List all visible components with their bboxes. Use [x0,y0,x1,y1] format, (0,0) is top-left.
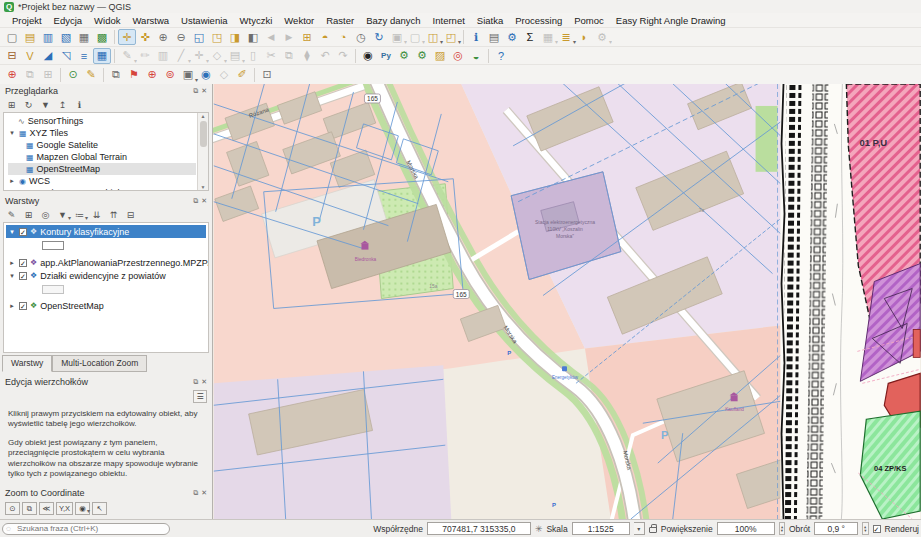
menu-bazy-danych[interactable]: Bazy danych [360,15,426,26]
new-3d-map-view-button[interactable]: ◓ [316,29,334,45]
new-map-view-button[interactable]: ⊞ [298,29,316,45]
pan-map-button[interactable]: ✛ [118,29,136,45]
lock-scale-icon[interactable] [649,527,657,533]
browser-add-layer-icon[interactable]: ⊞ [4,98,19,111]
labels-toolbar-button[interactable]: ≣ [557,29,575,45]
quick-edit-button[interactable]: ✎ [82,67,100,83]
map-canvas[interactable]: 165 165 Różana Morska Morska Morska P P … [213,84,921,519]
refresh-map-button[interactable]: ↻ [370,29,388,45]
tree-item-google-satelite[interactable]: ▦ Google Satelite [8,139,196,151]
scale-field[interactable]: 1:1525 [572,522,630,535]
paste-features-button[interactable]: ⧫ [298,48,316,64]
rotation-field[interactable]: 0,9 ° [814,522,858,535]
layers-float-icon[interactable]: ⧉ [193,196,198,205]
expander-open-icon[interactable]: ▾ [8,129,16,137]
identify-features-button[interactable]: ℹ [467,29,485,45]
layer-row-akt-planowania[interactable]: ▸ ✓ ❖ app.AktPlanowaniaPrzestrzennego.MP… [6,256,206,269]
zoom-coordinate-close-icon[interactable]: ✕ [201,488,207,497]
pan-to-selection-button[interactable]: ✜ [136,29,154,45]
menu-processing[interactable]: Processing [509,15,568,26]
coordinates-field[interactable]: 707481,7 315335,0 [427,522,531,535]
open-project-button[interactable]: ▤ [21,29,39,45]
symbol-swatch[interactable] [42,285,64,294]
layer-checkbox[interactable]: ✓ [19,272,27,280]
zoom-out-button[interactable]: ⊖ [172,29,190,45]
add-record-button[interactable]: ⊕ [3,67,21,83]
menu-pomoc[interactable]: Pomoc [568,15,610,26]
zc-pointer-button[interactable]: ↖ [92,502,107,515]
browser-properties-icon[interactable]: ℹ [72,98,87,111]
move-feature-button[interactable]: ✛ [190,48,208,64]
save-layer-edits-button[interactable]: ▥ [154,48,172,64]
expander-open-icon[interactable]: ▾ [8,228,16,236]
snap-tool-button[interactable]: ◇ [215,67,233,83]
tree-item-mapzen-terrain[interactable]: ▦ Mapzen Global Terrain [8,151,196,163]
zoom-native-button[interactable]: ◱ [190,29,208,45]
zoom-coordinate-float-icon[interactable]: ⧉ [193,488,198,497]
grayed-tool-button-2[interactable]: ⊞ [39,67,57,83]
render-checkbox[interactable]: ✓ [873,525,881,533]
menu-wtyczki[interactable]: Wtyczki [234,15,279,26]
add-delimited-text-button[interactable]: ≡ [75,48,93,64]
select-region-button[interactable]: ▣ [179,67,197,83]
scroll-thumb[interactable] [200,121,207,147]
save-project-button[interactable]: ▥ [39,29,57,45]
collapse-all-icon[interactable]: ⇈ [106,208,121,221]
geolocate-button[interactable]: ◎ [449,48,467,64]
menu-raster[interactable]: Raster [320,15,360,26]
zoom-in-button[interactable]: ⊕ [154,29,172,45]
add-virtual-layer-button[interactable]: ▦ [93,48,111,64]
open-attribute-table-button[interactable]: ▤ [485,29,503,45]
layers-close-icon[interactable]: ✕ [201,196,207,205]
menu-edycja[interactable]: Edycja [48,15,89,26]
expander-closed-icon[interactable]: ▸ [8,259,16,267]
scale-dropdown-button[interactable]: ▾ [634,522,645,535]
zc-yx-button[interactable]: Y,X [56,502,73,515]
tree-item-sensorthings[interactable]: ∿ SensorThings [8,115,196,127]
menu-warstwa[interactable]: Warstwa [127,15,176,26]
zoom-to-layer-button[interactable]: ◧ [244,29,262,45]
map-tips-button[interactable]: ◗ [575,29,593,45]
new-print-layout-button[interactable]: ▦ [75,29,93,45]
add-group-icon[interactable]: ⊞ [21,208,36,221]
browser-refresh-icon[interactable]: ↻ [21,98,36,111]
add-raster-layer-button[interactable]: ◢ [39,48,57,64]
save-project-as-button[interactable]: ▧ [57,29,75,45]
vertex-menu-button[interactable]: ☰ [193,390,207,403]
browser-scrollbar[interactable]: ▲ ▼ [197,113,208,190]
menu-ustawienia[interactable]: Ustawienia [175,15,233,26]
layer-styling-icon[interactable]: ✎ [4,208,19,221]
tree-item-wfs[interactable]: ◉ WFS / OGC API - obiekty [8,187,196,191]
remove-layer-icon[interactable]: ⊟ [123,208,138,221]
style-manager-button[interactable]: ▩ [93,29,111,45]
extents-icon[interactable]: ✳ [535,524,543,534]
tree-item-xyz-tiles[interactable]: ▾ ▦ XYZ Tiles [8,127,196,139]
quickmap-layers-button[interactable]: ◒ [467,48,485,64]
menu-internet[interactable]: Internet [427,15,471,26]
zoom-next-button[interactable]: ▶ [280,29,298,45]
magnifier-spinner[interactable]: ▾▾ [779,522,785,535]
layer-checkbox[interactable]: ✓ [19,228,27,236]
tree-item-openstreetmap[interactable]: ▦ OpenStreetMap [8,163,196,175]
digitize-button[interactable]: ╱ [172,48,190,64]
layer-checkbox[interactable]: ✓ [19,302,27,310]
search-layers-button[interactable]: ⊙ [64,67,82,83]
filter-expression-icon[interactable]: ≔ [72,208,87,221]
add-mesh-layer-button[interactable]: ◹ [57,48,75,64]
menu-wektor[interactable]: Wektor [278,15,320,26]
vertex-tool-button[interactable]: ◇ [208,48,226,64]
python-console-button[interactable]: Py [377,48,395,64]
decorations-button[interactable]: ⚙ [593,29,611,45]
magnifier-field[interactable]: 100% [717,522,775,535]
tab-warstwy[interactable]: Warstwy [2,355,52,372]
symbol-swatch[interactable] [42,241,64,250]
toggle-editing-button[interactable]: ✏ [136,48,154,64]
layer-row-dzialki[interactable]: ▾ ✓ ❖ Działki ewidencyjne z powiatów [6,269,206,282]
zc-crs-button[interactable]: ◉ [75,502,90,515]
scroll-up-icon[interactable]: ▲ [201,113,206,119]
plugin-gear-button-2[interactable]: ⚙ [413,48,431,64]
map-themes-icon[interactable]: ◎ [38,208,53,221]
zc-zoom-button[interactable]: ⊙ [5,502,20,515]
redo-button[interactable]: ↷ [334,48,352,64]
temporal-controller-button[interactable]: ◷ [352,29,370,45]
